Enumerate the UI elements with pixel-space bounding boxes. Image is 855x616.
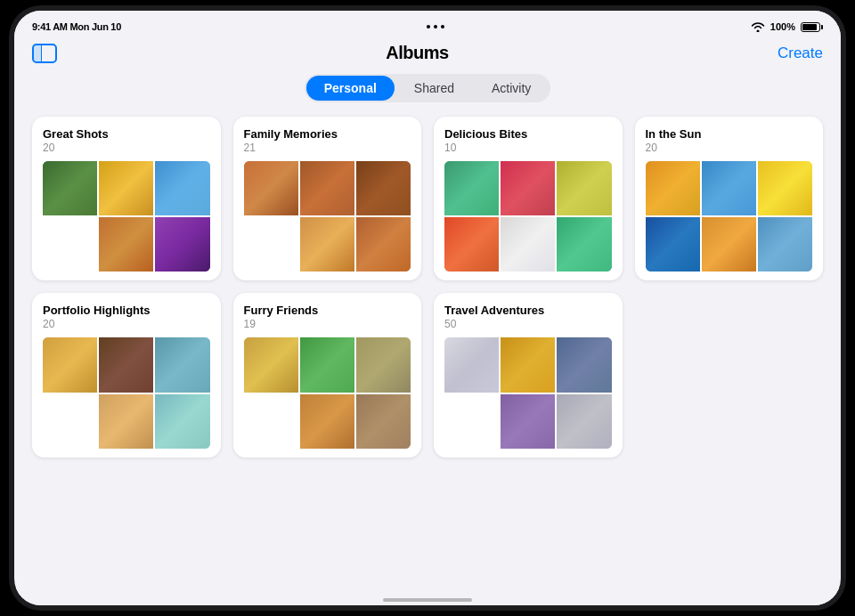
photo-cell — [758, 217, 812, 272]
photo-cell — [557, 161, 611, 215]
ipad-frame: 9:41 AM Mon Jun 10 100% — [9, 5, 846, 611]
album-card-great-shots[interactable]: Great Shots 20 — [32, 117, 221, 280]
photo-cell — [300, 337, 354, 392]
status-time: 9:41 AM Mon Jun 10 — [32, 21, 121, 32]
photo-cell — [300, 394, 354, 449]
album-title-travel-adventures: Travel Adventures — [444, 304, 612, 317]
album-card-in-the-sun[interactable]: In the Sun 20 — [635, 117, 824, 280]
battery-icon — [801, 22, 823, 32]
album-count-delicious-bites: 10 — [444, 142, 612, 154]
album-title-furry-friends: Furry Friends — [244, 304, 411, 317]
album-photos-portfolio-highlights — [43, 337, 210, 448]
album-card-furry-friends[interactable]: Furry Friends 19 — [233, 293, 422, 457]
album-title-great-shots: Great Shots — [43, 127, 210, 141]
status-right: 100% — [751, 21, 823, 32]
photo-cell — [501, 394, 555, 449]
photo-cell — [155, 161, 209, 215]
album-count-in-the-sun: 20 — [646, 142, 813, 154]
photo-cell — [501, 217, 555, 272]
photo-cell — [99, 161, 153, 215]
wifi-icon — [751, 21, 765, 32]
photo-cell — [300, 217, 354, 272]
photo-cell — [758, 161, 812, 215]
page-title: Albums — [386, 43, 448, 63]
dot-2 — [434, 25, 437, 28]
photo-cell — [244, 337, 298, 392]
battery-percent: 100% — [770, 21, 795, 32]
album-count-portfolio-highlights: 20 — [43, 318, 210, 330]
photo-cell — [356, 161, 411, 215]
home-bar — [383, 598, 472, 602]
album-title-family-memories: Family Memories — [244, 127, 411, 141]
album-photos-great-shots — [43, 161, 210, 272]
album-card-family-memories[interactable]: Family Memories 21 — [233, 117, 422, 280]
tab-personal[interactable]: Personal — [306, 76, 395, 101]
ipad-screen: 9:41 AM Mon Jun 10 100% — [14, 11, 841, 605]
album-count-great-shots: 20 — [43, 142, 210, 154]
album-photos-in-the-sun — [646, 161, 813, 272]
segment-control: Personal Shared Activity — [305, 74, 551, 102]
segment-control-wrapper: Personal Shared Activity — [14, 70, 841, 113]
photo-cell — [557, 217, 611, 272]
photo-cell — [702, 217, 756, 272]
album-card-travel-adventures[interactable]: Travel Adventures 50 — [434, 293, 623, 457]
albums-grid: Great Shots 20 Family Mem — [32, 117, 823, 458]
album-count-travel-adventures: 50 — [444, 318, 612, 330]
status-center-dots — [427, 25, 444, 28]
album-photos-family-memories — [244, 161, 411, 272]
photo-cell — [99, 217, 153, 272]
album-count-furry-friends: 19 — [244, 318, 411, 330]
photo-cell — [646, 161, 700, 215]
photo-cell — [155, 217, 209, 272]
sidebar-icon — [32, 44, 57, 63]
photo-cell — [646, 217, 700, 272]
album-title-delicious-bites: Delicious Bites — [444, 127, 612, 141]
photo-cell — [300, 161, 354, 215]
photo-cell — [501, 337, 555, 392]
album-photos-delicious-bites — [444, 161, 612, 272]
tab-activity[interactable]: Activity — [474, 76, 549, 101]
photo-cell — [99, 394, 153, 449]
album-count-family-memories: 21 — [244, 142, 411, 154]
photo-cell — [99, 337, 153, 392]
album-title-in-the-sun: In the Sun — [646, 127, 813, 141]
photo-cell — [444, 337, 499, 392]
photo-cell — [43, 337, 97, 392]
album-photos-furry-friends — [244, 337, 411, 448]
albums-scroll-area[interactable]: Great Shots 20 Family Mem — [14, 113, 841, 588]
album-card-delicious-bites[interactable]: Delicious Bites 10 — [434, 117, 623, 280]
nav-bar: Albums Create — [14, 39, 841, 70]
photo-cell — [501, 161, 555, 215]
photo-cell — [356, 217, 411, 272]
photo-cell — [444, 217, 499, 272]
photo-cell — [557, 337, 611, 392]
photo-cell — [43, 161, 97, 215]
album-card-portfolio-highlights[interactable]: Portfolio Highlights 20 — [32, 293, 221, 457]
photo-cell — [702, 161, 756, 215]
dot-3 — [441, 25, 444, 28]
tab-shared[interactable]: Shared — [396, 76, 472, 101]
photo-cell — [356, 394, 411, 449]
photo-cell — [557, 394, 611, 449]
home-indicator — [14, 588, 841, 605]
photo-cell — [244, 161, 298, 215]
sidebar-toggle-button[interactable] — [32, 44, 57, 63]
dot-1 — [427, 25, 430, 28]
status-bar: 9:41 AM Mon Jun 10 100% — [14, 11, 841, 39]
photo-cell — [155, 394, 209, 449]
photo-cell — [155, 337, 209, 392]
album-photos-travel-adventures — [444, 337, 612, 448]
create-button[interactable]: Create — [778, 45, 823, 62]
photo-cell — [356, 337, 411, 392]
album-title-portfolio-highlights: Portfolio Highlights — [43, 304, 210, 317]
photo-cell — [444, 161, 499, 215]
